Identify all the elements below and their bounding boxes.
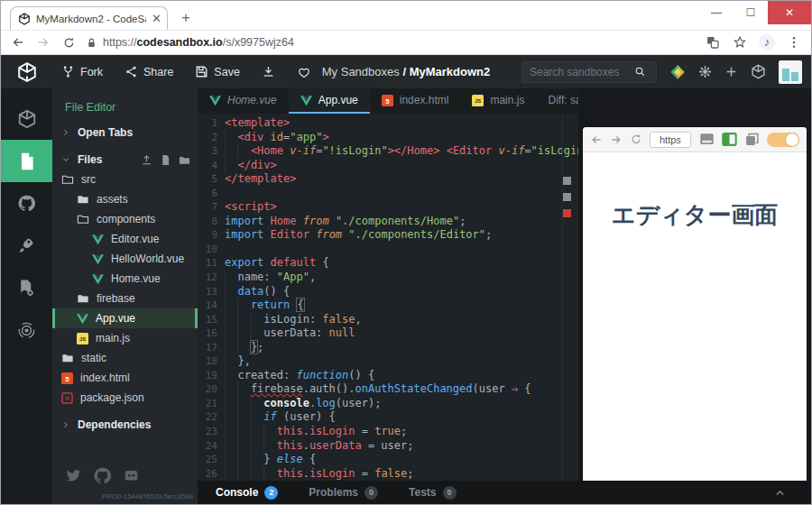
fork-button[interactable]: Fork: [52, 55, 112, 88]
browser-menu-button[interactable]: [786, 34, 802, 50]
code-line-6[interactable]: 6: [198, 187, 578, 201]
activity-rocket[interactable]: [1, 225, 52, 267]
code-line-17[interactable]: 17 };: [198, 341, 578, 355]
url-bar[interactable]: https://codesandbox.io/s/x9975wjz64: [86, 36, 696, 49]
line-number: 5: [198, 172, 217, 187]
file-tree-item-main-js[interactable]: JSmain.js: [52, 328, 198, 348]
code-line-23[interactable]: 23 this.isLogin = true;: [198, 425, 578, 439]
search-box[interactable]: [521, 61, 657, 83]
browser-tab[interactable]: MyMarkdown2 - CodeSandbo ✕: [10, 6, 168, 30]
code-line-10[interactable]: 10: [198, 243, 578, 257]
activity-file-cog[interactable]: [1, 267, 52, 309]
bookmark-button[interactable]: [732, 34, 748, 50]
download-button[interactable]: [253, 55, 284, 88]
console-collapse-button[interactable]: [774, 487, 786, 499]
new-tab-button[interactable]: +: [175, 10, 197, 26]
pro-badge-icon[interactable]: [669, 64, 686, 80]
monitor-icon[interactable]: [699, 132, 715, 147]
github-icon[interactable]: [93, 466, 112, 485]
code-line-2[interactable]: 2 <div id="app">: [198, 131, 578, 145]
maximize-button[interactable]: ☐: [734, 1, 768, 24]
file-tree-item-helloworld-vue[interactable]: HelloWorld.vue: [52, 249, 198, 269]
search-input[interactable]: [530, 66, 629, 78]
code-line-3[interactable]: 3 <Home v-if="!isLogin"></Home> <Editor …: [198, 144, 578, 159]
cube-icon[interactable]: [751, 64, 766, 79]
code-line-12[interactable]: 12 name: "App",: [198, 271, 578, 285]
code-line-21[interactable]: 21 console.log(user);: [198, 397, 578, 411]
code-line-22[interactable]: 22 if (user) {: [198, 410, 578, 425]
gear-icon[interactable]: [698, 65, 712, 78]
code-line-13[interactable]: 13 data() {: [198, 285, 578, 299]
console-tab-problems[interactable]: Problems0: [309, 486, 378, 500]
file-tree-item-index-html[interactable]: 5index.html: [52, 368, 198, 388]
translate-button[interactable]: [705, 34, 721, 50]
code-line-26[interactable]: 26 this.isLogin = false;: [198, 467, 578, 481]
save-button[interactable]: Save: [186, 55, 249, 88]
split-view-icon[interactable]: [722, 132, 737, 147]
upload-icon[interactable]: [141, 154, 152, 166]
editor-tab-diff-saved-build-js-recovered-[interactable]: Diff: saved 'build.js' - recovered 'buil…: [536, 88, 578, 114]
code-line-7[interactable]: 7<script>: [198, 200, 578, 215]
window-close-button[interactable]: ✕: [768, 1, 811, 24]
heart-button[interactable]: [288, 55, 320, 88]
code-line-16[interactable]: 16 userData: null: [198, 326, 578, 341]
user-avatar[interactable]: [779, 60, 802, 84]
code-line-5[interactable]: 5</template>: [198, 172, 578, 187]
editor-tab-index-html[interactable]: 5index.html: [370, 88, 461, 114]
codesandbox-logo[interactable]: [1, 62, 52, 82]
code-line-8[interactable]: 8import Home from "./components/Home";: [198, 215, 578, 229]
code-area[interactable]: 1<template>2 <div id="app">3 <Home v-if=…: [198, 114, 578, 481]
preview-url-box[interactable]: https: [650, 132, 691, 148]
back-button[interactable]: [10, 34, 26, 50]
code-line-19[interactable]: 19 created: function() {: [198, 369, 578, 383]
code-line-4[interactable]: 4 </div>: [198, 159, 578, 173]
open-tabs-section[interactable]: Open Tabs: [52, 123, 198, 142]
file-tree-item-editor-vue[interactable]: Editor.vue: [52, 229, 198, 249]
file-tree-item-firebase[interactable]: firebase: [52, 289, 198, 308]
minimize-button[interactable]: —: [699, 1, 734, 24]
activity-github[interactable]: [1, 182, 52, 225]
activity-live[interactable]: [1, 309, 52, 352]
file-tree-item-src[interactable]: src: [52, 170, 198, 189]
activity-sandbox[interactable]: [1, 97, 52, 140]
file-tree-item-app-vue[interactable]: App.vue: [52, 308, 198, 328]
new-file-icon[interactable]: [160, 154, 171, 166]
editor-tab-app-vue[interactable]: App.vue: [289, 88, 370, 114]
activity-file[interactable]: [1, 140, 52, 182]
code-line-1[interactable]: 1<template>: [198, 116, 578, 131]
editor-tab-main-js[interactable]: JSmain.js: [460, 88, 536, 114]
file-tree-item-static[interactable]: static: [52, 348, 198, 368]
share-button[interactable]: Share: [115, 55, 182, 88]
file-tree-item-package-json[interactable]: npackage.json: [52, 388, 198, 408]
reload-button[interactable]: [60, 34, 77, 50]
preview-back-button[interactable]: [590, 133, 603, 146]
extension-music-icon[interactable]: ♪: [759, 34, 775, 50]
code-line-24[interactable]: 24 this.userData = user;: [198, 439, 578, 454]
code-line-20[interactable]: 20 firebase.auth().onAuthStateChanged(us…: [198, 382, 578, 397]
file-tree-item-components[interactable]: components: [52, 209, 198, 229]
preview-forward-button[interactable]: [610, 133, 623, 146]
code-line-14[interactable]: 14 return {: [198, 298, 578, 313]
dependencies-section[interactable]: Dependencies: [52, 415, 198, 435]
code-line-9[interactable]: 9import Editor from "./components/Editor…: [198, 228, 578, 243]
code-line-11[interactable]: 11export default {: [198, 256, 578, 271]
live-toggle[interactable]: [767, 133, 799, 147]
code-line-15[interactable]: 15 isLogin: false,: [198, 313, 578, 327]
forward-button[interactable]: [35, 34, 51, 50]
twitter-icon[interactable]: [66, 466, 81, 485]
files-section[interactable]: Files: [52, 150, 198, 170]
windows-stack-icon[interactable]: [744, 132, 760, 147]
file-tree-item-home-vue[interactable]: Home.vue: [52, 269, 198, 289]
line-number: 23: [198, 425, 217, 439]
preview-reload-button[interactable]: [630, 133, 642, 146]
new-folder-icon[interactable]: [179, 154, 190, 166]
editor-tab-home-vue[interactable]: Home.vue: [198, 88, 289, 114]
console-tab-console[interactable]: Console2: [216, 486, 278, 500]
file-tree-item-assets[interactable]: assets: [52, 189, 198, 209]
code-line-25[interactable]: 25 } else {: [198, 453, 578, 467]
discord-icon[interactable]: [124, 466, 139, 485]
tab-close-icon[interactable]: ✕: [152, 13, 161, 24]
console-tab-tests[interactable]: Tests0: [409, 486, 456, 500]
code-line-18[interactable]: 18 },: [198, 354, 578, 369]
plus-icon[interactable]: [724, 65, 738, 78]
